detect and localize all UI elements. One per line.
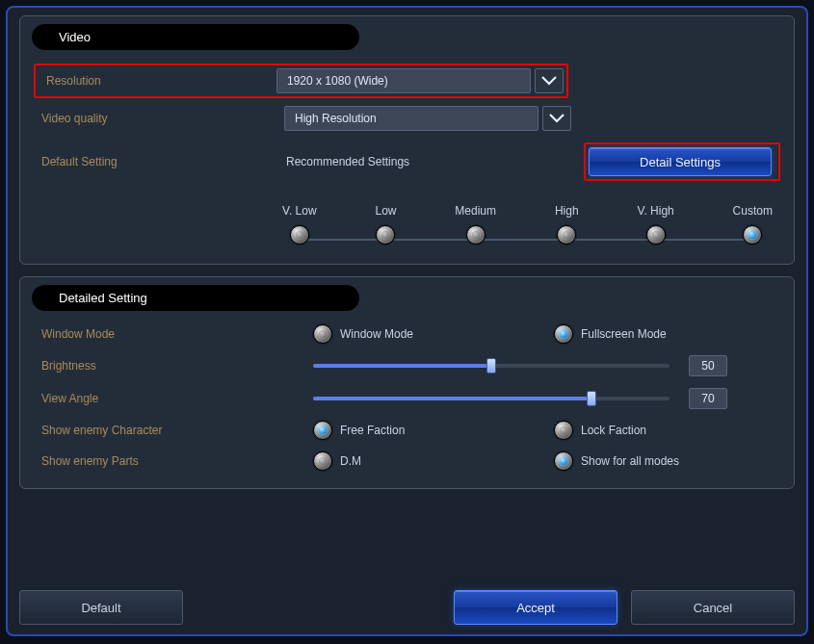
- quality-option-low[interactable]: Low: [375, 204, 396, 245]
- radio-icon: [313, 451, 332, 471]
- detailed-title: Detailed Setting: [32, 285, 359, 311]
- quality-option-label: V. Low: [282, 204, 317, 218]
- radio-icon: [743, 225, 762, 245]
- resolution-label: Resolution: [39, 74, 276, 88]
- brightness-value: 50: [689, 355, 727, 376]
- detail-settings-highlight: Detail Settings: [584, 142, 780, 181]
- accept-button[interactable]: Accept: [454, 590, 617, 625]
- video-quality-label: Video quality: [34, 112, 284, 125]
- chevron-down-icon[interactable]: [542, 106, 571, 131]
- quality-option-vlow[interactable]: V. Low: [282, 204, 317, 245]
- radio-icon: [313, 421, 332, 440]
- quality-option-label: Low: [375, 204, 396, 218]
- view-angle-label: View Angle: [34, 392, 313, 405]
- cancel-button[interactable]: Cancel: [631, 590, 795, 625]
- resolution-select[interactable]: 1920 x 1080 (Wide): [276, 68, 564, 93]
- detail-settings-button[interactable]: Detail Settings: [589, 147, 772, 176]
- show-enemy-char-option-label: Free Faction: [340, 424, 405, 437]
- footer-buttons: Default Accept Cancel: [19, 590, 795, 625]
- video-title: Video: [32, 24, 359, 50]
- show-enemy-parts-label: Show enemy Parts: [34, 454, 313, 468]
- radio-icon: [646, 225, 666, 245]
- brightness-label: Brightness: [34, 359, 313, 373]
- quality-option-label: High: [555, 204, 579, 218]
- radio-icon: [554, 324, 573, 344]
- video-quality-select[interactable]: High Resolution: [284, 106, 571, 131]
- video-section: Video Resolution 1920 x 1080 (Wide) Vide…: [19, 15, 795, 265]
- video-quality-value: High Resolution: [284, 106, 538, 131]
- radio-icon: [554, 451, 573, 471]
- radio-icon: [313, 324, 332, 344]
- show-enemy-parts-option-label: Show for all modes: [581, 454, 679, 468]
- radio-icon: [557, 225, 576, 245]
- show-enemy-parts-option[interactable]: Show for all modes: [554, 451, 727, 471]
- radio-icon: [466, 225, 486, 245]
- window-mode-option-label: Window Mode: [340, 327, 413, 341]
- slider-thumb[interactable]: [486, 358, 496, 374]
- quality-option-medium[interactable]: Medium: [455, 204, 496, 245]
- quality-option-label: V. High: [637, 204, 673, 218]
- window-mode-option-label: Fullscreen Mode: [581, 327, 667, 341]
- quality-option-label: Medium: [455, 204, 496, 218]
- window-mode-label: Window Mode: [34, 327, 313, 341]
- slider-thumb[interactable]: [587, 391, 596, 406]
- show-enemy-char-label: Show enemy Character: [34, 424, 313, 437]
- quality-option-high[interactable]: High: [555, 204, 579, 245]
- show-enemy-parts-option-label: D.M: [340, 454, 361, 468]
- default-setting-label: Default Setting: [34, 155, 284, 168]
- chevron-down-icon[interactable]: [535, 68, 564, 93]
- radio-icon: [290, 225, 309, 245]
- settings-panel: Video Resolution 1920 x 1080 (Wide) Vide…: [6, 6, 808, 636]
- view-angle-slider[interactable]: [313, 392, 670, 405]
- show-enemy-char-option[interactable]: Lock Faction: [554, 421, 727, 440]
- recommended-label: Recommended Settings: [286, 155, 409, 168]
- resolution-value: 1920 x 1080 (Wide): [276, 68, 531, 93]
- show-enemy-char-option-label: Lock Faction: [581, 424, 646, 437]
- window-mode-option[interactable]: Fullscreen Mode: [554, 324, 727, 344]
- show-enemy-char-option[interactable]: Free Faction: [313, 421, 486, 440]
- window-mode-option[interactable]: Window Mode: [313, 324, 486, 344]
- quality-level-bar: V. LowLowMediumHighV. HighCustom: [282, 204, 773, 245]
- quality-option-vhigh[interactable]: V. High: [637, 204, 673, 245]
- show-enemy-parts-option[interactable]: D.M: [313, 451, 486, 471]
- default-button[interactable]: Default: [19, 590, 183, 625]
- radio-icon: [554, 421, 573, 440]
- resolution-highlight: Resolution 1920 x 1080 (Wide): [34, 64, 568, 98]
- quality-option-label: Custom: [733, 204, 773, 218]
- brightness-slider[interactable]: [313, 359, 670, 373]
- view-angle-value: 70: [689, 388, 727, 409]
- radio-icon: [376, 225, 395, 245]
- quality-option-custom[interactable]: Custom: [733, 204, 773, 245]
- detailed-section: Detailed Setting Window Mode Window Mode…: [19, 276, 795, 489]
